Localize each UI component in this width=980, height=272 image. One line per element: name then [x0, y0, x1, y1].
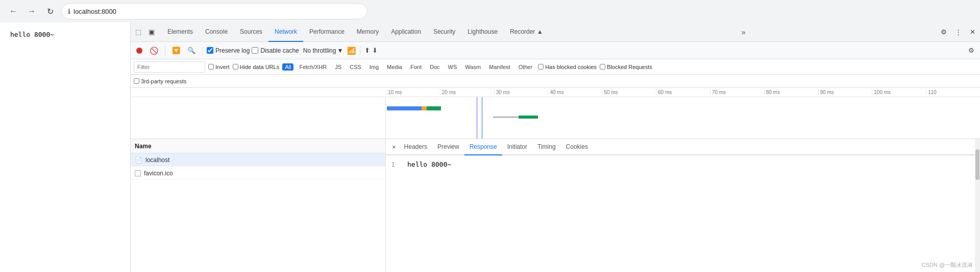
tab-sources[interactable]: Sources: [234, 22, 268, 24]
tab-application[interactable]: Application: [385, 22, 427, 24]
devtools-tab-bar: ⬚ ▣ Elements Console Sources Network Per…: [131, 22, 980, 23]
address-bar[interactable]: ℹ localhost:8000: [61, 3, 368, 19]
tab-recorder[interactable]: Recorder ▲: [504, 22, 549, 24]
devtools-panel: ⬚ ▣ Elements Console Sources Network Per…: [130, 22, 980, 23]
lock-icon: ℹ: [68, 8, 70, 15]
tab-network[interactable]: Network: [268, 22, 303, 24]
tab-elements[interactable]: Elements: [161, 22, 199, 24]
page-content: hello 8000~: [0, 22, 130, 23]
tab-memory[interactable]: Memory: [351, 22, 385, 24]
tab-performance[interactable]: Performance: [303, 22, 351, 24]
tab-console[interactable]: Console: [199, 22, 234, 24]
tab-security[interactable]: Security: [427, 22, 461, 24]
browser-chrome: ← → ↻ ℹ localhost:8000: [0, 0, 980, 23]
back-button[interactable]: ←: [6, 4, 20, 18]
refresh-button[interactable]: ↻: [43, 4, 57, 18]
url-text: localhost:8000: [74, 8, 116, 15]
forward-button[interactable]: →: [24, 4, 39, 18]
browser-toolbar: ← → ↻ ℹ localhost:8000: [0, 0, 980, 22]
tab-lighthouse[interactable]: Lighthouse: [461, 22, 504, 24]
